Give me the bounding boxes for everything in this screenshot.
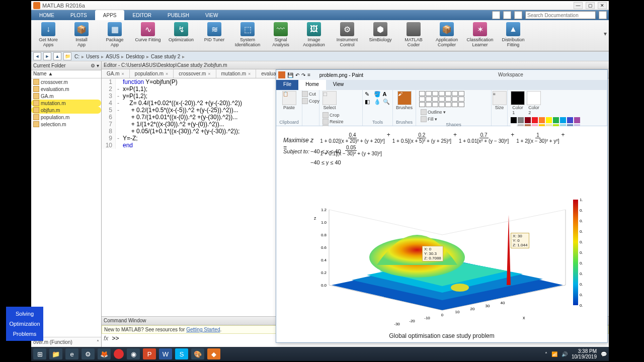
matlab-taskbar-icon[interactable]: ◆	[207, 348, 220, 359]
breadcrumb[interactable]: C:	[73, 54, 80, 59]
editor-tab[interactable]: GA.m×	[102, 69, 130, 78]
paste-button[interactable]: 📋Paste	[282, 91, 296, 110]
app-distribution-fitting[interactable]: ▲DistributionFitting	[499, 21, 527, 47]
main-tab-view[interactable]: VIEW	[197, 10, 226, 20]
app-simbiology[interactable]: ⬢SimBiology	[366, 21, 394, 42]
color-swatch[interactable]	[518, 117, 524, 123]
picker-tool-icon[interactable]: 💧	[374, 99, 382, 105]
maximize-button[interactable]: ▢	[586, 2, 595, 9]
nav-fwd-button[interactable]: ►	[43, 52, 51, 60]
app-package-app[interactable]: ▦PackageApp	[101, 21, 129, 47]
app-matlab-coder[interactable]: MATLAB Coder	[399, 21, 428, 47]
search-doc-input[interactable]	[525, 11, 596, 19]
file-item[interactable]: selection.m	[31, 121, 101, 128]
main-tab-home[interactable]: HOME	[31, 10, 62, 20]
help-icon[interactable]	[492, 11, 500, 19]
cut-button[interactable]: Cut	[302, 91, 316, 97]
notifications-icon[interactable]: 💬	[601, 351, 607, 357]
fill-button[interactable]: Fill ▾	[421, 116, 446, 122]
chrome-icon[interactable]: ◉	[127, 348, 140, 359]
app-install-app[interactable]: 📦InstallApp	[67, 21, 96, 47]
fill-tool-icon[interactable]: 🪣	[374, 91, 382, 98]
main-tab-apps[interactable]: APPS	[95, 10, 125, 20]
app-signal-analysis[interactable]: 〰Signal Analysis	[267, 21, 295, 47]
app-curve-fitting[interactable]: ∿Curve Fitting	[134, 21, 162, 42]
color-swatch[interactable]	[574, 117, 580, 123]
powerpoint-icon[interactable]: P	[143, 348, 156, 359]
app-system-identification[interactable]: ⬚SystemIdentification	[233, 21, 262, 47]
file-item[interactable]: population.m	[31, 114, 101, 121]
text-tool-icon[interactable]: A	[383, 91, 391, 97]
color-swatch[interactable]	[560, 117, 566, 123]
breadcrumb[interactable]: ASUS	[105, 54, 120, 59]
color-swatch[interactable]	[532, 117, 538, 123]
minimize-button[interactable]: —	[574, 2, 583, 9]
color1-button[interactable]: Color 1	[511, 91, 525, 115]
file-item[interactable]: GA.m	[31, 93, 101, 100]
file-item[interactable]: crossover.m	[31, 78, 101, 85]
expand-details-icon[interactable]: ˄	[97, 339, 99, 345]
redo-icon[interactable]: ↷	[301, 72, 305, 78]
paint-tab-home[interactable]: Home	[298, 80, 326, 90]
tab-close-icon[interactable]: ×	[208, 71, 210, 76]
taskbar[interactable]: ⊞ 📁 e ⚙ 🦊 ◉ P W S 🎨 ◆ ˄ 📶 🔊 3:38 PM 10/1…	[31, 347, 609, 361]
tab-close-icon[interactable]: ×	[122, 71, 124, 76]
file-item[interactable]: evaluation.m	[31, 85, 101, 93]
breadcrumb[interactable]: Case study 2	[150, 54, 181, 59]
app-get-more-apps[interactable]: ↓Get MoreApps	[34, 21, 62, 47]
main-tab-editor[interactable]: EDITOR	[124, 10, 159, 20]
tab-close-icon[interactable]: ×	[248, 71, 251, 76]
breadcrumb[interactable]: Users	[85, 54, 100, 59]
tray-up-icon[interactable]: ˄	[545, 351, 547, 357]
record-icon[interactable]	[114, 349, 124, 359]
editor-tab[interactable]: crossover.m×	[174, 69, 216, 78]
editor-tab[interactable]: population.m×	[130, 69, 174, 78]
word-icon[interactable]: W	[159, 348, 172, 359]
prefs-icon[interactable]	[514, 11, 522, 19]
undo-icon[interactable]: ↶	[295, 72, 299, 78]
paint-taskbar-icon[interactable]: 🎨	[191, 348, 204, 359]
clock-time[interactable]: 3:38 PM	[572, 348, 597, 354]
explorer-icon[interactable]: 📁	[49, 348, 62, 359]
eraser-tool-icon[interactable]: ◧	[365, 99, 373, 105]
main-tab-plots[interactable]: PLOTS	[62, 10, 95, 20]
outline-button[interactable]: Outline ▾	[421, 109, 446, 115]
color-swatch[interactable]	[539, 117, 545, 123]
shapes-gallery[interactable]	[419, 91, 464, 107]
paint-tab-view[interactable]: View	[326, 80, 351, 90]
file-item[interactable]: mutation.m	[31, 100, 101, 107]
paint-tab-file[interactable]: File	[276, 80, 298, 90]
skype-icon[interactable]: S	[175, 348, 188, 359]
app-application-compiler[interactable]: 📦ApplicationCompiler	[433, 21, 461, 47]
app-classification-learner[interactable]: ✶ClassificationLearner	[466, 21, 494, 47]
quick-save-icon[interactable]: 💾	[287, 72, 293, 78]
app-instrument-control[interactable]: ⚙InstrumentControl	[333, 21, 361, 47]
tab-close-icon[interactable]: ×	[166, 71, 168, 76]
brushes-button[interactable]: 🖌Brushes	[396, 91, 413, 110]
browse-button[interactable]: 📁	[63, 52, 71, 60]
color2-button[interactable]: Color 2	[527, 91, 541, 115]
toolstrip-more-icon[interactable]: ▾	[604, 30, 607, 37]
color-swatch[interactable]	[525, 117, 531, 123]
start-button[interactable]: ⊞	[33, 348, 46, 359]
editor-tab[interactable]: mutation.m×	[216, 69, 257, 78]
tray-wifi-icon[interactable]: 📶	[551, 351, 557, 357]
app-image-acquisition[interactable]: 🖼ImageAcquisition	[300, 21, 328, 47]
firefox-icon[interactable]: 🦊	[98, 348, 111, 359]
edge-icon[interactable]: e	[65, 348, 78, 359]
main-tab-publish[interactable]: PUBLISH	[159, 10, 197, 20]
file-item[interactable]: objfun.m	[31, 107, 101, 114]
resize-button[interactable]: Resize	[323, 119, 347, 125]
app-pid-tuner[interactable]: ≋PID Tuner	[200, 21, 228, 42]
crop-button[interactable]: Crop	[323, 112, 347, 118]
pencil-tool-icon[interactable]: ✎	[365, 91, 373, 98]
select-button[interactable]: ⬚Select	[323, 91, 337, 110]
layout-icon[interactable]	[503, 11, 511, 19]
tray-volume-icon[interactable]: 🔊	[561, 351, 568, 357]
nav-back-button[interactable]: ◄	[33, 52, 41, 60]
app-optimization[interactable]: ↯Optimization	[167, 21, 195, 42]
copy-button[interactable]: Copy	[302, 98, 319, 104]
settings-icon[interactable]: ⚙	[82, 348, 95, 359]
name-column-header[interactable]: Name ▲	[31, 70, 101, 78]
nav-up-button[interactable]: ▲	[53, 52, 61, 60]
